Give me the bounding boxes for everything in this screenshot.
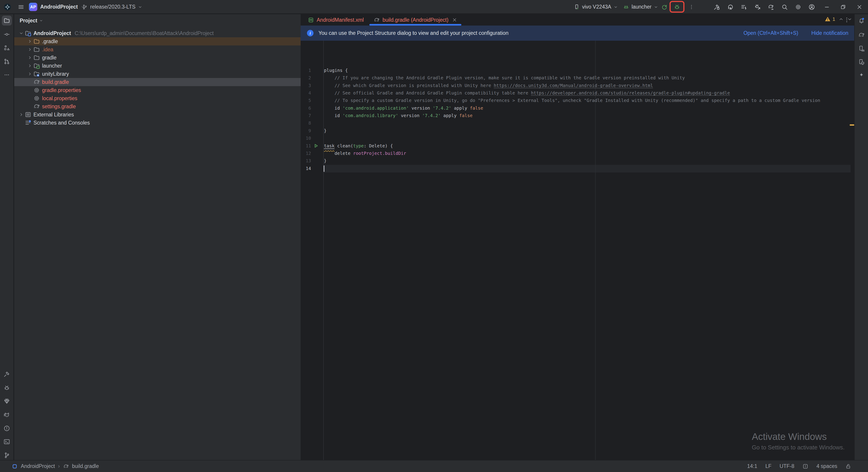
attach-debugger-button[interactable] [752, 2, 763, 12]
run-configuration-selector[interactable]: launcher [623, 0, 658, 14]
toolwindow-button-project[interactable] [2, 15, 12, 26]
inspection-widget[interactable]: 1 [825, 16, 852, 22]
highlighting-level-icon[interactable] [802, 464, 808, 469]
account-button[interactable] [807, 2, 817, 12]
main-menu-button[interactable] [16, 2, 26, 12]
project-widget[interactable]: AP AndroidProject [29, 0, 85, 14]
toolwindow-button-app-quality-insights[interactable] [2, 396, 12, 406]
toolwindow-button-build[interactable] [2, 369, 12, 379]
tree-item-scratches-and-consoles[interactable]: Scratches and Consoles [14, 119, 301, 127]
toolwindow-button-gemini[interactable] [857, 70, 866, 80]
toolwindow-button-structure[interactable] [2, 43, 12, 53]
toolwindow-button-problems[interactable] [2, 423, 12, 433]
debug-button[interactable] [672, 2, 682, 12]
caret-position-widget[interactable]: 14:1 [747, 463, 757, 469]
indent-widget[interactable]: 4 spaces [816, 463, 837, 469]
code-line-2[interactable]: // If you are changing the Android Gradl… [324, 74, 850, 82]
toolwindow-button-notifications[interactable] [857, 15, 866, 26]
toolwindow-button-profiler[interactable] [2, 410, 12, 420]
tab-close-icon[interactable] [452, 18, 457, 22]
project-module-icon [12, 464, 18, 469]
tree-item-gradle[interactable]: gradle [14, 54, 301, 62]
tree-item-external-libraries[interactable]: External Libraries [14, 111, 301, 119]
gradle-file-icon [63, 464, 69, 469]
tree-item-gradle-properties[interactable]: gradle.properties [14, 86, 301, 94]
encoding-widget[interactable]: UTF-8 [780, 463, 794, 469]
rerun-button[interactable] [659, 2, 670, 12]
minimize-button[interactable] [819, 0, 835, 14]
code-line-6[interactable]: id 'com.android.application' version '7.… [324, 104, 850, 112]
project-panel-header[interactable]: Project [14, 17, 43, 25]
toolwindow-button-more[interactable] [2, 70, 12, 80]
toolwindow-button-gradle[interactable] [857, 30, 866, 40]
code-line-3[interactable]: // See which Gradle version is preinstal… [324, 82, 850, 89]
code-line-12[interactable]: delete rootProject.buildDir [324, 150, 850, 157]
code-token: type [353, 143, 364, 149]
project-tree: AndroidProjectC:\Users\urdp_admin\Docume… [14, 29, 301, 127]
toolwindow-button-pull-requests[interactable] [2, 57, 12, 66]
task-list-button[interactable] [739, 2, 749, 12]
more-run-options-button[interactable] [686, 2, 697, 12]
chevron-down-icon[interactable] [19, 31, 24, 36]
chevron-right-icon[interactable] [27, 71, 32, 76]
chevron-right-icon[interactable] [19, 112, 24, 117]
banner-hide-link[interactable]: Hide notification [811, 30, 848, 36]
attach-debugger-icon [754, 4, 761, 10]
code-line-1[interactable]: plugins { [324, 67, 850, 74]
code-line-7[interactable]: id 'com.android.library' version '7.4.2'… [324, 112, 850, 119]
folder-icon [33, 46, 40, 53]
restore-button[interactable] [835, 0, 851, 14]
next-problem-icon[interactable] [847, 17, 852, 22]
tree-item-settings-gradle[interactable]: settings.gradle [14, 102, 301, 111]
code-line-13[interactable]: } [324, 157, 850, 164]
close-button[interactable] [851, 0, 868, 14]
scrollbar-warning-stripe[interactable] [850, 124, 854, 126]
unlocked-icon[interactable] [845, 464, 851, 469]
tree-item-launcher[interactable]: launcher [14, 62, 301, 70]
watermark-title: Activate Windows [752, 431, 844, 442]
previous-problem-icon[interactable] [838, 17, 844, 22]
code-line-4[interactable]: // See official Gradle and Android Gradl… [324, 89, 850, 97]
code-token: // If you are changing the Android Gradl… [324, 75, 685, 81]
toolwindow-button-terminal[interactable] [2, 437, 12, 447]
breadcrumb-project[interactable]: AndroidProject [21, 463, 55, 469]
tab-androidmanifest-xml[interactable]: AndroidManifest.xml [303, 14, 369, 26]
tree-item--idea[interactable]: .idea [14, 45, 301, 54]
breadcrumb-file[interactable]: build.gradle [72, 463, 99, 469]
chevron-right-icon[interactable] [27, 47, 32, 52]
toolwindow-button-commit[interactable] [2, 29, 12, 39]
device-selector[interactable]: vivo V2243A [574, 0, 618, 14]
code-line-9[interactable]: } [324, 127, 850, 134]
code-token: 'com.android.library' [342, 113, 398, 118]
tree-item--gradle[interactable]: .gradle [14, 37, 301, 45]
settings-button[interactable] [793, 2, 803, 12]
debug-bug-icon [674, 3, 680, 10]
tree-item-build-gradle[interactable]: build.gradle [14, 78, 301, 86]
device-name: vivo V2243A [582, 4, 611, 10]
app-quality-insights-icon [3, 398, 10, 405]
tab-build-gradle[interactable]: build.gradle (AndroidProject) [369, 14, 462, 26]
gradle-sync-button[interactable] [766, 2, 776, 12]
chevron-right-icon[interactable] [27, 63, 32, 68]
vcs-branch-widget[interactable]: release/2020.3-LTS [82, 0, 143, 14]
apply-changes-button[interactable] [725, 2, 735, 12]
tree-item-label: Scratches and Consoles [33, 120, 90, 126]
chevron-right-icon[interactable] [27, 39, 32, 44]
toolwindow-button-device-manager[interactable] [857, 43, 866, 54]
banner-open-link[interactable]: Open (Ctrl+Alt+Shift+S) [743, 30, 798, 36]
toolwindow-button-logcat[interactable] [2, 383, 12, 392]
run-task-gutter-icon[interactable] [313, 143, 319, 149]
tree-item-unitylibrary[interactable]: unityLibrary [14, 70, 301, 78]
tree-item-androidproject[interactable]: AndroidProjectC:\Users\urdp_admin\Docume… [14, 29, 301, 37]
search-everywhere-button[interactable] [779, 2, 789, 12]
toolwindow-button-running-devices[interactable] [857, 57, 866, 67]
tree-item-local-properties[interactable]: local.properties [14, 94, 301, 102]
code-editor[interactable]: 1plugins {2 // If you are changing the A… [301, 41, 854, 460]
code-line-5[interactable]: // To specify a custom Gradle version in… [324, 97, 850, 104]
line-separator-widget[interactable]: LF [765, 463, 772, 469]
chevron-right-icon[interactable] [27, 55, 32, 60]
toolwindow-button-version-control[interactable] [2, 450, 12, 460]
kebab-menu-icon [688, 4, 694, 10]
build-button[interactable] [712, 2, 722, 12]
code-line-11[interactable]: task clean(type: Delete) { [324, 142, 850, 150]
